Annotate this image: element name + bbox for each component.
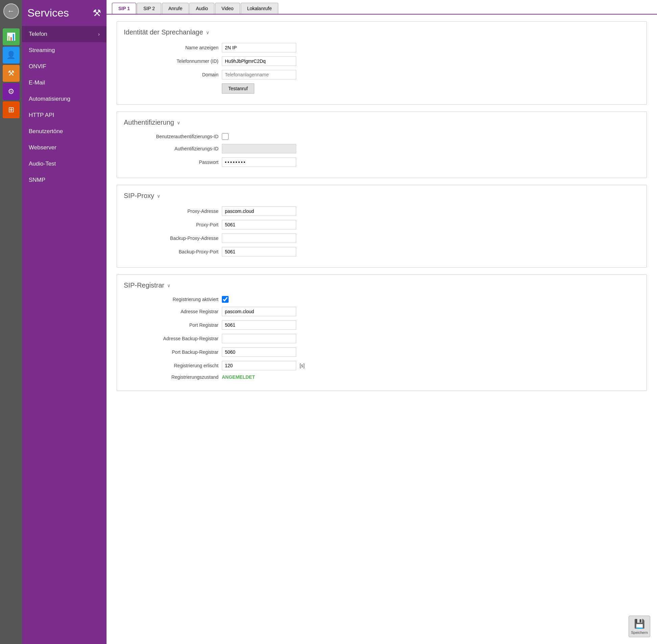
port-backup-input[interactable] [222,347,296,357]
domain-input[interactable] [222,70,296,79]
settings-button[interactable]: ⚙ [3,83,20,100]
sidebar-item-audio-test[interactable]: Audio-Test [22,156,107,172]
benutzer-auth-label: Benutzerauthentifizierungs-ID [124,134,218,139]
identity-section-title: Identität der Sprechanlage ∨ [124,28,640,36]
save-label: Speichern [631,630,648,635]
port-reg-row: Port Registrar [124,320,640,330]
sidebar-item-label: HTTP API [29,112,54,119]
sidebar-item-label: Webserver [29,144,57,151]
form-area: Identität der Sprechanlage ∨ Name anzeig… [107,15,657,644]
chevron-down-icon: ∨ [206,30,209,35]
chevron-down-icon: ∨ [177,120,180,125]
sidebar-item-telefon[interactable]: Telefon › [22,26,107,42]
tools-icon: ⚒ [8,69,15,78]
adresse-backup-row: Adresse Backup-Registrar [124,334,640,343]
adresse-backup-input[interactable] [222,334,296,343]
tab-lokalanrufe[interactable]: Lokalanrufe [241,3,278,14]
sidebar-tools-icon: ⚒ [93,7,101,19]
proxy-port-label: Proxy-Port [124,222,218,227]
back-icon: ← [7,7,15,16]
sidebar-item-http-api[interactable]: HTTP API [22,107,107,123]
icon-bar: ← 📊 👤 ⚒ ⚙ ⊞ [0,0,22,644]
sip-registrar-title: SIP-Registrar ∨ [124,281,640,289]
auth-id-input[interactable] [222,144,296,154]
save-icon: 💾 [634,619,645,629]
settings-icon: ⚙ [8,87,15,96]
password-input[interactable] [222,158,296,167]
reg-zustand-label: Registrierungszustand [124,374,218,380]
domain-label: Domain [124,72,218,77]
tab-sip2[interactable]: SIP 2 [137,3,161,14]
auth-section: Authentifizierung ∨ Benutzerauthentifizi… [117,112,647,178]
adresse-reg-input[interactable] [222,307,296,316]
adresse-reg-label: Adresse Registrar [124,309,218,314]
reg-erlischt-input[interactable] [222,361,296,370]
reg-aktiviert-checkbox[interactable] [222,296,228,303]
proxy-addr-input[interactable] [222,206,296,216]
port-reg-input[interactable] [222,320,296,330]
chevron-down-icon: ∨ [167,283,170,288]
testanruf-button[interactable]: Testanruf [222,84,254,94]
sip-proxy-title: SIP-Proxy ∨ [124,192,640,200]
stats-button[interactable]: 📊 [3,28,20,45]
port-backup-label: Port Backup-Registrar [124,349,218,355]
proxy-port-input[interactable] [222,220,296,229]
sidebar-item-webserver[interactable]: Webserver [22,140,107,156]
grid-icon: ⊞ [8,106,14,114]
chevron-down-icon: ∨ [157,193,160,199]
name-row: Name anzeigen [124,43,640,52]
auth-id-label: Authentifizierungs-ID [124,146,218,152]
grid-button[interactable]: ⊞ [3,101,20,118]
main-content: SIP 1 SIP 2 Anrufe Audio Video Lokalanru… [107,0,657,644]
tab-bar: SIP 1 SIP 2 Anrufe Audio Video Lokalanru… [107,0,657,15]
users-button[interactable]: 👤 [3,47,20,64]
sidebar-item-streaming[interactable]: Streaming [22,42,107,59]
sidebar-item-email[interactable]: E-Mail [22,75,107,91]
sidebar-item-benutzertone[interactable]: Benutzertöne [22,123,107,140]
sip-proxy-section: SIP-Proxy ∨ Proxy-Adresse Proxy-Port Bac… [117,185,647,268]
testanruf-row: Testanruf [124,84,640,94]
port-backup-row: Port Backup-Registrar [124,347,640,357]
save-btn-container: 💾 Speichern [629,616,650,637]
sidebar: Services ⚒ Telefon › Streaming ONVIF E-M… [22,0,107,644]
proxy-addr-row: Proxy-Adresse [124,206,640,216]
tools-button[interactable]: ⚒ [3,65,20,82]
reg-erlischt-row: Registrierung erlischt [s] [124,361,640,370]
auth-section-title: Authentifizierung ∨ [124,119,640,127]
chevron-right-icon: › [98,31,100,37]
backup-proxy-addr-input[interactable] [222,233,296,243]
sidebar-item-label: Automatisierung [29,96,70,102]
sidebar-item-snmp[interactable]: SNMP [22,172,107,188]
backup-proxy-port-input[interactable] [222,247,296,256]
sidebar-header: Services ⚒ [22,0,107,26]
auth-id-row: Authentifizierungs-ID [124,144,640,154]
tab-audio[interactable]: Audio [189,3,214,14]
benutzer-auth-checkbox[interactable] [222,133,228,140]
tab-anrufe[interactable]: Anrufe [162,3,189,14]
password-row: Passwort [124,158,640,167]
sidebar-item-label: Streaming [29,47,55,54]
proxy-addr-label: Proxy-Adresse [124,208,218,214]
adresse-reg-row: Adresse Registrar [124,307,640,316]
users-icon: 👤 [6,51,16,60]
reg-erlischt-suffix: [s] [300,363,305,368]
port-reg-label: Port Registrar [124,322,218,328]
sidebar-item-automatisierung[interactable]: Automatisierung [22,91,107,107]
reg-aktiviert-row: Registrierung aktiviert [124,296,640,303]
save-button[interactable]: 💾 Speichern [629,616,650,637]
reg-erlischt-label: Registrierung erlischt [124,363,218,368]
domain-row: Domain [124,70,640,79]
phone-input[interactable] [222,56,296,66]
sidebar-item-onvif[interactable]: ONVIF [22,59,107,75]
reg-zustand-value: ANGEMELDET [222,374,255,380]
name-input[interactable] [222,43,296,52]
tab-video[interactable]: Video [215,3,240,14]
reg-aktiviert-label: Registrierung aktiviert [124,297,218,302]
tab-sip1[interactable]: SIP 1 [112,3,136,14]
identity-section: Identität der Sprechanlage ∨ Name anzeig… [117,21,647,105]
backup-proxy-port-label: Backup-Proxy-Port [124,249,218,254]
sidebar-item-label: Audio-Test [29,161,56,167]
benutzer-auth-row: Benutzerauthentifizierungs-ID [124,133,640,140]
back-button[interactable]: ← [3,3,19,19]
sidebar-menu: Telefon › Streaming ONVIF E-Mail Automat… [22,26,107,188]
